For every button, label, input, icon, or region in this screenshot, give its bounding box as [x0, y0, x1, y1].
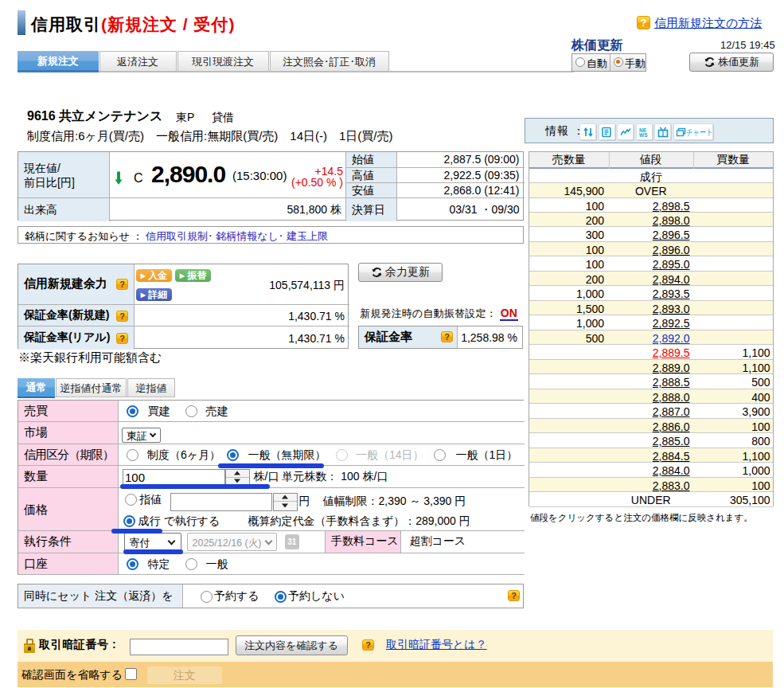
svg-text:WS: WS	[639, 132, 648, 138]
